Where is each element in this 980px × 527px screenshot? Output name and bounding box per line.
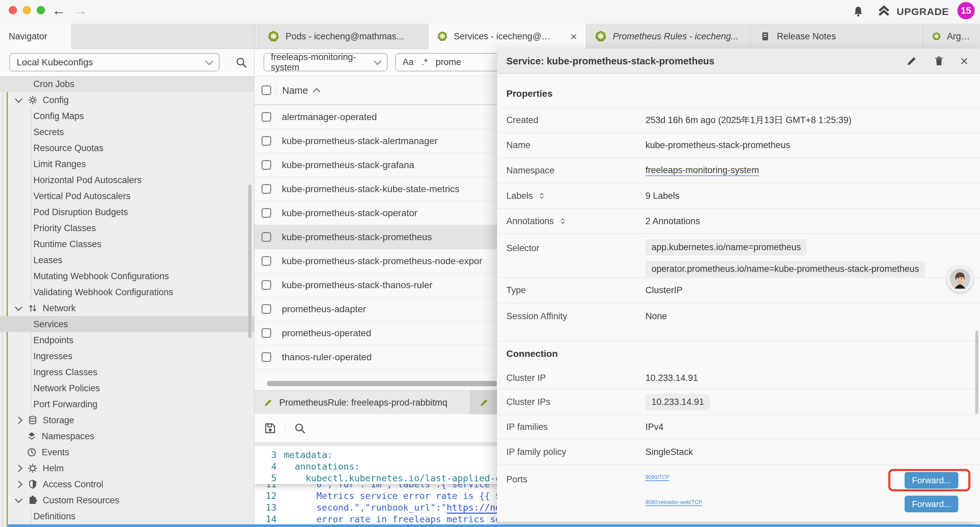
row-checkbox[interactable] [261, 232, 271, 242]
save-icon[interactable] [263, 421, 277, 435]
row-checkbox[interactable] [261, 256, 271, 266]
editor-tab-partial[interactable] [470, 390, 500, 415]
row-checkbox[interactable] [261, 280, 271, 290]
sidebar-item-services[interactable]: Services [0, 316, 254, 332]
tab-pods[interactable]: Pods - icecheng@mathmas... [259, 24, 428, 49]
editor-toolbar [255, 414, 500, 442]
table-row[interactable]: kube-prometheus-stack-kube-state-metrics [255, 177, 500, 201]
close-tab-icon[interactable]: × [570, 30, 577, 43]
sidebar-item-network-policies[interactable]: Network Policies [0, 380, 254, 396]
minimize-window-button[interactable] [23, 6, 31, 14]
sidebar-item-vertical-pod-autoscalers[interactable]: Vertical Pod Autoscalers [0, 188, 254, 204]
yaml-editor[interactable]: 3metadata: 4 annotations: 5 kubectl.kube… [255, 446, 500, 524]
trash-icon[interactable] [933, 55, 945, 67]
editor-tab-prometheusrule[interactable]: PrometheusRule: freeleaps-prod-rabbitmq [255, 390, 470, 415]
kubernetes-icon [267, 30, 280, 42]
sidebar-group-config[interactable]: Config [0, 92, 254, 108]
sidebar-group-access-control[interactable]: Access Control [0, 476, 254, 492]
tab-navigator[interactable]: Navigator [0, 24, 72, 49]
table-row[interactable]: kube-prometheus-stack-operator [255, 201, 500, 225]
name-column-header[interactable]: Name [282, 85, 319, 96]
expand-collapse-icon[interactable] [559, 217, 567, 225]
port-link[interactable]: 9090/TCP [646, 474, 670, 481]
row-checkbox[interactable] [261, 160, 271, 170]
edit-pencil-icon[interactable] [905, 55, 918, 67]
sidebar-item-leases[interactable]: Leases [0, 252, 254, 268]
sidebar-item-pod-disruption-budgets[interactable]: Pod Disruption Budgets [0, 204, 254, 220]
table-row[interactable]: alertmanager-operated [255, 105, 500, 129]
upgrade-button[interactable]: UPGRADE [877, 4, 949, 19]
tab-prometheus-rules[interactable]: Prometheus Rules - icecheng... [586, 24, 751, 49]
sidebar-item-priority-classes[interactable]: Priority Classes [0, 220, 254, 236]
services-list-panel: freeleaps-monitoring-system Aa .* prome … [255, 49, 500, 527]
match-case-toggle[interactable]: Aa [402, 57, 414, 67]
namespace-link[interactable]: freeleaps-monitoring-system [646, 165, 759, 176]
panel-scrollbar[interactable] [975, 331, 978, 414]
maximize-window-button[interactable] [37, 6, 45, 14]
table-row-selected[interactable]: kube-prometheus-stack-prometheus [255, 225, 500, 249]
sidebar-item-namespaces[interactable]: Namespaces [0, 428, 254, 444]
namespace-select[interactable]: freeleaps-monitoring-system [264, 53, 388, 72]
table-row[interactable]: thanos-ruler-operated [255, 345, 500, 369]
horizontal-scrollbar[interactable] [267, 381, 497, 386]
row-checkbox[interactable] [261, 112, 271, 122]
sidebar-item-resource-quotas[interactable]: Resource Quotas [0, 140, 254, 156]
user-avatar[interactable] [947, 266, 973, 292]
close-window-button[interactable] [9, 6, 17, 14]
sidebar-scrollbar[interactable] [248, 185, 251, 338]
forward-button-9090[interactable]: Forward... [905, 472, 958, 489]
sidebar-item-cron-jobs[interactable]: Cron Jobs [0, 76, 254, 92]
notifications-bell-icon[interactable] [851, 5, 865, 19]
sidebar-item-events[interactable]: Events [0, 444, 254, 460]
sidebar-item-ingresses[interactable]: Ingresses [0, 348, 254, 364]
sidebar-item-validating-webhook-configurations[interactable]: Validating Webhook Configurations [0, 284, 254, 300]
sidebar-item-ingress-classes[interactable]: Ingress Classes [0, 364, 254, 380]
back-arrow-icon[interactable]: ← [52, 3, 65, 18]
table-row[interactable]: prometheus-operated [255, 321, 500, 345]
row-checkbox[interactable] [261, 208, 271, 218]
tab-services[interactable]: Services - icecheng@math... × [428, 24, 586, 49]
table-row[interactable]: kube-prometheus-stack-thanos-ruler [255, 273, 500, 297]
sidebar-item-config-maps[interactable]: Config Maps [0, 108, 254, 124]
sidebar-group-helm[interactable]: Helm [0, 460, 254, 476]
sidebar-search-icon[interactable] [235, 56, 248, 69]
sidebar-item-limit-ranges[interactable]: Limit Ranges [0, 156, 254, 172]
tab-release-notes[interactable]: Release Notes [751, 24, 923, 49]
editor-search-icon[interactable] [294, 422, 306, 435]
sidebar-group-custom-resources[interactable]: Custom Resources [0, 492, 254, 508]
row-checkbox[interactable] [261, 352, 271, 362]
gear-icon [27, 95, 38, 105]
kubeconfig-select[interactable]: Local Kubeconfigs [10, 53, 220, 72]
code-line: Metrics service error rate is {{ $va [284, 490, 500, 502]
table-row[interactable]: kube-prometheus-stack-prometheus-node-ex… [255, 249, 500, 273]
filter-input[interactable]: Aa .* prome [395, 53, 505, 72]
table-row[interactable]: kube-prometheus-stack-grafana [255, 153, 500, 177]
sidebar-item-endpoints[interactable]: Endpoints [0, 332, 254, 348]
sidebar-item-mutating-webhook-configurations[interactable]: Mutating Webhook Configurations [0, 268, 254, 284]
tab-strip: Navigator Pods - icecheng@mathmas... Ser… [0, 24, 980, 49]
runbook-url-link[interactable]: https://net [447, 502, 500, 514]
toolbar-divider [285, 420, 286, 436]
row-checkbox[interactable] [261, 304, 271, 314]
table-row[interactable]: prometheus-adapter [255, 297, 500, 321]
expand-collapse-icon[interactable] [538, 192, 546, 200]
sidebar-group-storage[interactable]: Storage [0, 412, 254, 428]
port-link[interactable]: 8080:reloader-web/TCP [646, 499, 702, 506]
table-row[interactable]: kube-prometheus-stack-alertmanager [255, 129, 500, 153]
sidebar-item-horizontal-pod-autoscalers[interactable]: Horizontal Pod Autoscalers [0, 172, 254, 188]
row-checkbox[interactable] [261, 184, 271, 194]
row-checkbox[interactable] [261, 136, 271, 146]
sidebar-item-definitions[interactable]: Definitions [0, 508, 254, 524]
row-checkbox[interactable] [261, 328, 271, 338]
sidebar-group-network[interactable]: Network [0, 300, 254, 316]
sidebar-item-runtime-classes[interactable]: Runtime Classes [0, 236, 254, 252]
forward-arrow-icon[interactable]: → [74, 3, 88, 18]
sidebar-item-secrets[interactable]: Secrets [0, 124, 254, 140]
forward-button-8080[interactable]: Forward... [905, 496, 958, 512]
profile-badge[interactable]: 15 [957, 2, 975, 19]
tab-argo[interactable]: Argo Se [923, 24, 980, 49]
select-all-checkbox[interactable] [261, 85, 271, 95]
sidebar-item-port-forwarding[interactable]: Port Forwarding [0, 396, 254, 412]
close-panel-icon[interactable]: × [960, 54, 968, 69]
regex-toggle[interactable]: .* [422, 57, 428, 67]
